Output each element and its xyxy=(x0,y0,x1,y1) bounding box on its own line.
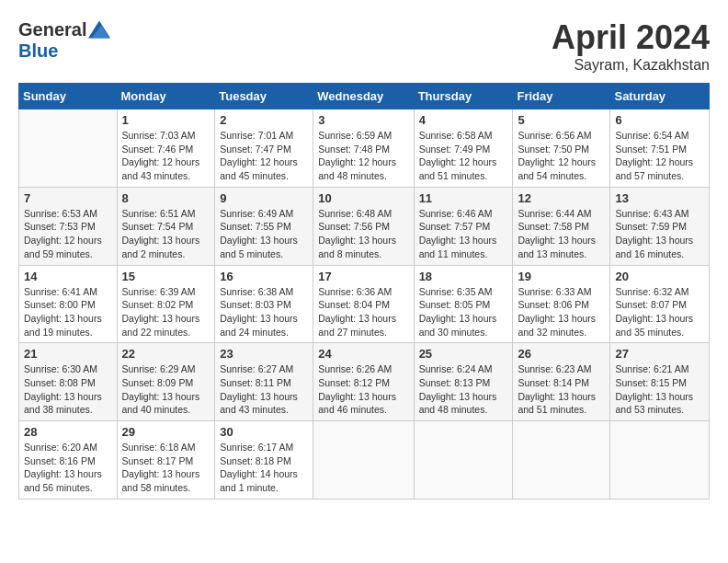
day-info: Sunrise: 6:30 AMSunset: 8:08 PMDaylight:… xyxy=(24,362,112,417)
calendar-day-cell: 9Sunrise: 6:49 AMSunset: 7:55 PMDaylight… xyxy=(215,187,313,265)
day-number: 6 xyxy=(615,113,704,127)
calendar-day-cell: 26Sunrise: 6:23 AMSunset: 8:14 PMDayligh… xyxy=(513,343,610,421)
day-number: 5 xyxy=(518,113,605,127)
day-number: 3 xyxy=(318,113,408,127)
day-number: 19 xyxy=(518,270,605,283)
day-number: 14 xyxy=(24,270,112,283)
day-info: Sunrise: 6:41 AMSunset: 8:00 PMDaylight:… xyxy=(24,285,112,339)
day-number: 18 xyxy=(419,270,508,283)
calendar-week-row: 7Sunrise: 6:53 AMSunset: 7:53 PMDaylight… xyxy=(19,187,710,265)
title-block: April 2024 Sayram, Kazakhstan xyxy=(552,18,710,74)
calendar-day-cell: 15Sunrise: 6:39 AMSunset: 8:02 PMDayligh… xyxy=(117,265,215,343)
day-info: Sunrise: 6:59 AMSunset: 7:48 PMDaylight:… xyxy=(318,129,408,183)
calendar-day-cell: 16Sunrise: 6:38 AMSunset: 8:03 PMDayligh… xyxy=(215,265,313,343)
calendar-day-cell: 10Sunrise: 6:48 AMSunset: 7:56 PMDayligh… xyxy=(313,187,414,265)
day-number: 27 xyxy=(615,347,704,361)
calendar-day-cell: 23Sunrise: 6:27 AMSunset: 8:11 PMDayligh… xyxy=(215,343,313,421)
day-number: 8 xyxy=(122,191,210,205)
calendar-day-cell: 22Sunrise: 6:29 AMSunset: 8:09 PMDayligh… xyxy=(117,343,215,421)
day-number: 26 xyxy=(518,347,605,361)
day-number: 9 xyxy=(220,191,308,205)
day-info: Sunrise: 6:48 AMSunset: 7:56 PMDaylight:… xyxy=(318,207,408,261)
calendar-day-cell xyxy=(313,421,414,500)
calendar-week-row: 21Sunrise: 6:30 AMSunset: 8:08 PMDayligh… xyxy=(19,343,710,421)
calendar-week-row: 14Sunrise: 6:41 AMSunset: 8:00 PMDayligh… xyxy=(19,265,710,343)
page-header: General Blue April 2024 Sayram, Kazakhst… xyxy=(18,18,710,74)
logo-icon xyxy=(88,18,110,40)
calendar-table: SundayMondayTuesdayWednesdayThursdayFrid… xyxy=(18,83,710,500)
day-number: 12 xyxy=(518,191,605,205)
calendar-day-cell: 21Sunrise: 6:30 AMSunset: 8:08 PMDayligh… xyxy=(19,343,118,421)
day-info: Sunrise: 6:38 AMSunset: 8:03 PMDaylight:… xyxy=(220,285,308,339)
day-number: 7 xyxy=(24,191,112,205)
header-sunday: Sunday xyxy=(19,84,118,109)
day-number: 17 xyxy=(318,270,408,283)
calendar-day-cell: 6Sunrise: 6:54 AMSunset: 7:51 PMDaylight… xyxy=(610,109,710,188)
header-thursday: Thursday xyxy=(414,84,513,109)
calendar-day-cell: 13Sunrise: 6:43 AMSunset: 7:59 PMDayligh… xyxy=(610,187,710,265)
day-info: Sunrise: 6:24 AMSunset: 8:13 PMDaylight:… xyxy=(419,362,508,417)
day-info: Sunrise: 6:33 AMSunset: 8:06 PMDaylight:… xyxy=(518,285,605,339)
day-info: Sunrise: 6:53 AMSunset: 7:53 PMDaylight:… xyxy=(24,207,112,261)
header-friday: Friday xyxy=(513,84,610,109)
day-number: 25 xyxy=(419,347,508,361)
day-info: Sunrise: 6:29 AMSunset: 8:09 PMDaylight:… xyxy=(122,362,210,417)
day-info: Sunrise: 6:26 AMSunset: 8:12 PMDaylight:… xyxy=(318,362,408,417)
calendar-day-cell: 24Sunrise: 6:26 AMSunset: 8:12 PMDayligh… xyxy=(313,343,414,421)
logo-general-text: General xyxy=(18,19,86,40)
day-info: Sunrise: 6:27 AMSunset: 8:11 PMDaylight:… xyxy=(220,362,308,417)
day-number: 11 xyxy=(419,191,508,205)
calendar-day-cell: 14Sunrise: 6:41 AMSunset: 8:00 PMDayligh… xyxy=(19,265,118,343)
day-info: Sunrise: 6:58 AMSunset: 7:49 PMDaylight:… xyxy=(419,129,508,183)
calendar-day-cell: 12Sunrise: 6:44 AMSunset: 7:58 PMDayligh… xyxy=(513,187,610,265)
day-info: Sunrise: 6:49 AMSunset: 7:55 PMDaylight:… xyxy=(220,207,308,261)
calendar-day-cell: 28Sunrise: 6:20 AMSunset: 8:16 PMDayligh… xyxy=(19,421,118,500)
calendar-day-cell: 19Sunrise: 6:33 AMSunset: 8:06 PMDayligh… xyxy=(513,265,610,343)
day-info: Sunrise: 6:36 AMSunset: 8:04 PMDaylight:… xyxy=(318,285,408,339)
calendar-day-cell: 8Sunrise: 6:51 AMSunset: 7:54 PMDaylight… xyxy=(117,187,215,265)
calendar-day-cell xyxy=(513,421,610,500)
calendar-week-row: 1Sunrise: 7:03 AMSunset: 7:46 PMDaylight… xyxy=(19,109,710,188)
calendar-week-row: 28Sunrise: 6:20 AMSunset: 8:16 PMDayligh… xyxy=(19,421,710,500)
calendar-day-cell xyxy=(414,421,513,500)
header-wednesday: Wednesday xyxy=(313,84,414,109)
day-number: 16 xyxy=(220,270,308,283)
day-number: 2 xyxy=(220,113,308,127)
calendar-day-cell: 3Sunrise: 6:59 AMSunset: 7:48 PMDaylight… xyxy=(313,109,414,188)
day-number: 28 xyxy=(24,425,112,439)
day-number: 24 xyxy=(318,347,408,361)
day-info: Sunrise: 6:44 AMSunset: 7:58 PMDaylight:… xyxy=(518,207,605,261)
calendar-day-cell: 11Sunrise: 6:46 AMSunset: 7:57 PMDayligh… xyxy=(414,187,513,265)
day-info: Sunrise: 6:35 AMSunset: 8:05 PMDaylight:… xyxy=(419,285,508,339)
day-number: 13 xyxy=(615,191,704,205)
calendar-day-cell xyxy=(19,109,118,188)
day-number: 10 xyxy=(318,191,408,205)
day-number: 1 xyxy=(122,113,210,127)
day-number: 29 xyxy=(122,425,210,439)
day-info: Sunrise: 6:54 AMSunset: 7:51 PMDaylight:… xyxy=(615,129,704,183)
header-tuesday: Tuesday xyxy=(215,84,313,109)
header-saturday: Saturday xyxy=(610,84,710,109)
header-monday: Monday xyxy=(117,84,215,109)
day-number: 4 xyxy=(419,113,508,127)
day-info: Sunrise: 6:17 AMSunset: 8:18 PMDaylight:… xyxy=(220,441,308,495)
day-info: Sunrise: 6:32 AMSunset: 8:07 PMDaylight:… xyxy=(615,285,704,339)
day-number: 20 xyxy=(615,270,704,283)
day-info: Sunrise: 6:46 AMSunset: 7:57 PMDaylight:… xyxy=(419,207,508,261)
calendar-day-cell: 4Sunrise: 6:58 AMSunset: 7:49 PMDaylight… xyxy=(414,109,513,188)
calendar-day-cell: 25Sunrise: 6:24 AMSunset: 8:13 PMDayligh… xyxy=(414,343,513,421)
day-info: Sunrise: 6:23 AMSunset: 8:14 PMDaylight:… xyxy=(518,362,605,417)
day-info: Sunrise: 6:21 AMSunset: 8:15 PMDaylight:… xyxy=(615,362,704,417)
day-number: 21 xyxy=(24,347,112,361)
calendar-day-cell: 20Sunrise: 6:32 AMSunset: 8:07 PMDayligh… xyxy=(610,265,710,343)
day-number: 22 xyxy=(122,347,210,361)
calendar-day-cell: 27Sunrise: 6:21 AMSunset: 8:15 PMDayligh… xyxy=(610,343,710,421)
day-info: Sunrise: 6:39 AMSunset: 8:02 PMDaylight:… xyxy=(122,285,210,339)
day-info: Sunrise: 6:51 AMSunset: 7:54 PMDaylight:… xyxy=(122,207,210,261)
month-title: April 2024 xyxy=(552,18,710,57)
day-info: Sunrise: 6:18 AMSunset: 8:17 PMDaylight:… xyxy=(122,441,210,495)
day-info: Sunrise: 7:01 AMSunset: 7:47 PMDaylight:… xyxy=(220,129,308,183)
calendar-header: SundayMondayTuesdayWednesdayThursdayFrid… xyxy=(19,84,710,109)
day-info: Sunrise: 7:03 AMSunset: 7:46 PMDaylight:… xyxy=(122,129,210,183)
day-number: 23 xyxy=(220,347,308,361)
